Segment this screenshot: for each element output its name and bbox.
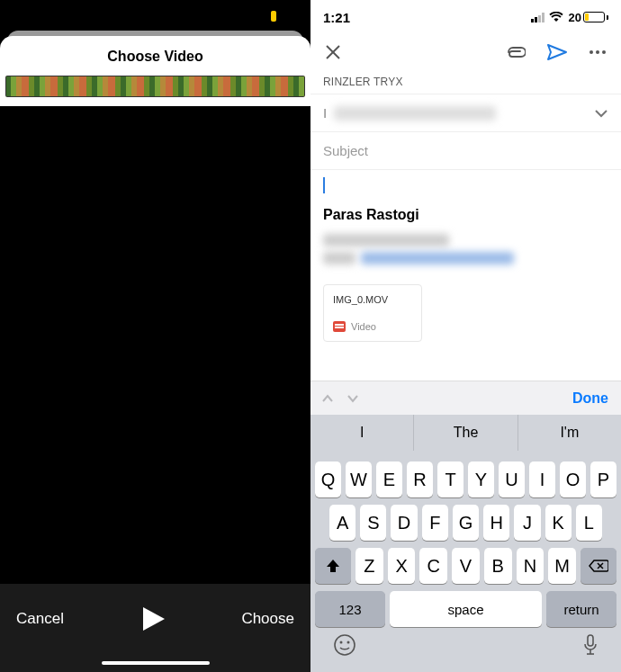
key-b[interactable]: B [484,548,512,584]
key-c[interactable]: C [419,548,447,584]
more-icon [589,49,607,55]
body-field[interactable] [310,169,621,200]
key-s[interactable]: S [360,505,386,541]
key-i[interactable]: I [529,461,555,497]
attachment-card[interactable]: IMG_0.MOV Video [323,284,422,342]
paperclip-icon [506,45,526,59]
svg-rect-1 [531,19,534,22]
suggestion-2[interactable]: The [414,415,518,451]
space-key[interactable]: space [390,591,542,627]
compose-toolbar [310,34,621,70]
key-a[interactable]: A [329,505,356,541]
svg-point-9 [596,50,599,54]
key-v[interactable]: V [452,548,480,584]
svg-rect-2 [535,17,537,22]
play-icon[interactable] [140,607,166,631]
text-caret [323,177,325,193]
video-file-icon [333,321,346,332]
send-button[interactable] [545,41,569,63]
done-button[interactable]: Done [571,389,610,408]
return-key[interactable]: return [546,591,616,627]
video-picker-toolbar: Cancel Choose [0,584,310,672]
keyboard-suggestions: I The I'm [310,415,621,451]
svg-rect-16 [588,635,593,646]
from-account-label: RINZLER TRYX [310,70,621,94]
next-field-icon[interactable] [346,390,359,407]
key-d[interactable]: D [391,505,417,541]
suggestion-3[interactable]: I'm [518,415,621,451]
to-value-redacted [334,106,496,121]
attachment-button[interactable] [504,43,527,61]
key-l[interactable]: L [576,505,602,541]
to-prefix: I [323,105,327,121]
key-j[interactable]: J [514,505,540,541]
battery-icon: 20 [567,11,608,24]
emoji-icon [333,633,356,657]
subject-field[interactable]: Subject [310,131,621,169]
keyboard-accessory-bar: Done [310,381,621,415]
attachment-type-label: Video [351,321,376,332]
to-field[interactable]: I [310,94,621,131]
keyboard-row-4: 123 space return [313,591,618,627]
send-icon [547,43,567,61]
keyboard-row-3: Z X C V B N M [313,548,618,584]
svg-point-14 [340,641,343,644]
status-time: 1:21 [323,10,350,25]
key-t[interactable]: T [437,461,464,497]
svg-rect-4 [542,13,544,22]
svg-rect-3 [538,15,541,22]
suggestion-1[interactable]: I [310,415,414,451]
subject-placeholder: Subject [323,143,368,158]
sheet-title: Choose Video [0,36,310,74]
prev-field-icon[interactable] [321,390,334,407]
compose-email-pane: 1:21 20 [310,0,621,672]
svg-point-10 [602,50,606,54]
svg-marker-0 [143,607,165,631]
key-u[interactable]: U [499,461,525,497]
wifi-icon [549,12,563,22]
svg-point-8 [590,50,593,54]
signature-line-redacted [323,234,449,246]
svg-marker-7 [548,45,566,59]
key-h[interactable]: H [483,505,509,541]
key-g[interactable]: G [453,505,479,541]
home-indicator [102,661,210,665]
close-button[interactable] [323,42,343,62]
key-x[interactable]: X [388,548,416,584]
dictation-button[interactable] [582,633,598,660]
video-timeline-strip[interactable] [4,74,307,99]
keyboard-row-2: A S D F G H J K L [313,505,618,541]
backspace-key[interactable] [580,548,616,584]
status-bar: 1:21 20 [310,0,621,34]
key-r[interactable]: R [407,461,433,497]
key-e[interactable]: E [376,461,402,497]
key-p[interactable]: P [590,461,616,497]
key-k[interactable]: K [545,505,572,541]
more-button[interactable] [587,48,608,57]
key-q[interactable]: Q [315,461,341,497]
choose-video-sheet: Choose Video [0,36,310,106]
key-f[interactable]: F [422,505,448,541]
key-y[interactable]: Y [468,461,494,497]
signature-link-redacted [323,252,608,264]
numbers-key[interactable]: 123 [315,591,385,627]
keyboard-bottom-row [313,627,618,667]
close-icon [325,44,341,60]
svg-point-13 [335,635,355,655]
chevron-down-icon[interactable] [594,105,608,121]
key-w[interactable]: W [346,461,372,497]
attachment-filename: IMG_0.MOV [333,294,412,305]
signature-name: Paras Rastogi [310,200,621,225]
shift-icon [325,558,341,574]
shift-key[interactable] [315,548,351,584]
cancel-button[interactable]: Cancel [16,610,64,628]
key-n[interactable]: N [517,548,544,584]
svg-point-15 [347,641,350,644]
key-z[interactable]: Z [356,548,383,584]
key-m[interactable]: M [548,548,576,584]
keyboard: Q W E R T Y U I O P A S D F G H J K L [310,451,621,672]
emoji-button[interactable] [333,633,356,660]
choose-button[interactable]: Choose [241,610,294,628]
key-o[interactable]: O [560,461,586,497]
keyboard-row-1: Q W E R T Y U I O P [313,461,618,497]
